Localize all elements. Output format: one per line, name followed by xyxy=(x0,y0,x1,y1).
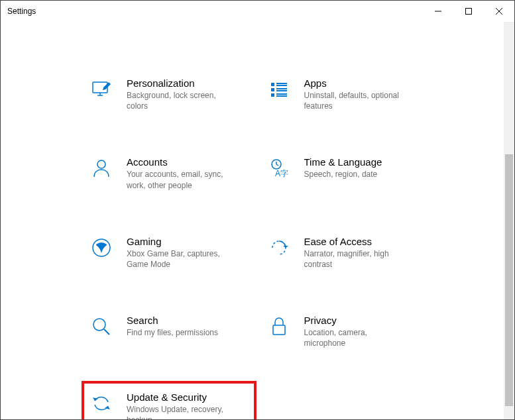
category-title: Accounts xyxy=(127,156,233,168)
category-desc: Uninstall, defaults, optional features xyxy=(304,90,410,111)
time-language-icon: A字 xyxy=(267,156,291,180)
svg-point-23 xyxy=(93,319,105,331)
close-button[interactable] xyxy=(484,1,514,22)
titlebar: Settings xyxy=(1,1,514,22)
search-icon xyxy=(89,315,113,339)
category-desc: Speech, region, date xyxy=(304,169,382,180)
svg-rect-7 xyxy=(271,83,274,86)
category-desc: Background, lock screen, colors xyxy=(127,90,233,111)
svg-line-19 xyxy=(276,164,278,166)
svg-rect-9 xyxy=(271,93,274,97)
category-personalization[interactable]: Personalization Background, lock screen,… xyxy=(87,75,251,114)
privacy-icon xyxy=(267,315,291,339)
svg-text:A字: A字 xyxy=(275,169,288,178)
category-ease-of-access[interactable]: Ease of Access Narrator, magnifier, high… xyxy=(264,233,429,272)
category-title: Gaming xyxy=(127,236,233,247)
category-title: Time & Language xyxy=(304,156,382,168)
svg-rect-25 xyxy=(273,325,285,335)
category-title: Search xyxy=(127,315,218,326)
category-title: Apps xyxy=(304,78,410,89)
scrollbar-thumb[interactable] xyxy=(505,154,513,406)
category-title: Privacy xyxy=(304,315,410,326)
svg-rect-1 xyxy=(466,9,472,15)
category-desc: Windows Update, recovery, backup xyxy=(127,404,233,421)
window-title: Settings xyxy=(7,7,36,16)
category-title: Ease of Access xyxy=(304,236,410,247)
category-update-security[interactable]: Update & Security Windows Update, recove… xyxy=(82,381,257,421)
accounts-icon xyxy=(89,156,113,180)
category-desc: Your accounts, email, sync, work, other … xyxy=(127,169,233,190)
category-desc: Location, camera, microphone xyxy=(304,327,410,348)
maximize-button[interactable] xyxy=(453,1,484,22)
settings-categories: Personalization Background, lock screen,… xyxy=(1,22,514,420)
category-gaming[interactable]: Gaming Xbox Game Bar, captures, Game Mod… xyxy=(87,233,251,272)
update-security-icon xyxy=(89,392,113,415)
svg-point-16 xyxy=(97,160,105,168)
settings-grid: Personalization Background, lock screen,… xyxy=(87,75,428,420)
apps-icon xyxy=(267,78,291,101)
category-desc: Xbox Game Bar, captures, Game Mode xyxy=(127,248,233,270)
svg-rect-8 xyxy=(271,88,274,91)
category-privacy[interactable]: Privacy Location, camera, microphone xyxy=(264,312,429,351)
caption-buttons xyxy=(423,1,514,22)
category-search[interactable]: Search Find my files, permissions xyxy=(87,312,251,351)
category-desc: Find my files, permissions xyxy=(127,327,218,338)
minimize-button[interactable] xyxy=(423,1,453,22)
scrollbar[interactable] xyxy=(504,22,514,419)
category-apps[interactable]: Apps Uninstall, defaults, optional featu… xyxy=(264,75,429,114)
category-accounts[interactable]: Accounts Your accounts, email, sync, wor… xyxy=(87,154,251,193)
gaming-icon xyxy=(89,236,113,260)
personalization-icon xyxy=(89,78,113,101)
category-desc: Narrator, magnifier, high contrast xyxy=(304,248,410,270)
category-title: Update & Security xyxy=(127,392,233,403)
ease-of-access-icon xyxy=(267,236,291,260)
category-title: Personalization xyxy=(127,78,233,89)
svg-marker-22 xyxy=(283,246,288,248)
svg-line-24 xyxy=(104,329,109,335)
category-time-language[interactable]: A字 Time & Language Speech, region, date xyxy=(264,154,429,193)
